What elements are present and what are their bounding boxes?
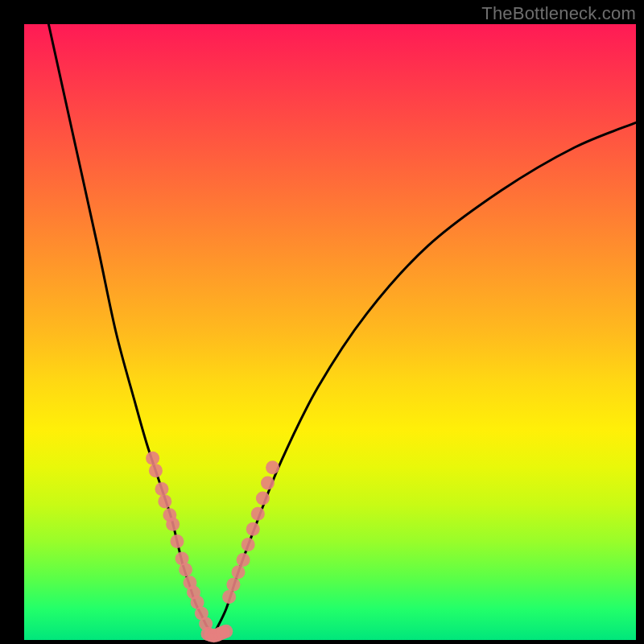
data-point <box>226 578 240 592</box>
data-point <box>166 518 180 531</box>
data-point <box>155 482 169 496</box>
chart-svg <box>24 24 636 640</box>
data-point <box>222 590 236 604</box>
data-point <box>256 492 270 506</box>
data-point <box>242 538 255 551</box>
data-point <box>232 565 246 579</box>
data-point <box>158 494 171 508</box>
data-point <box>266 460 279 474</box>
data-point <box>261 476 275 489</box>
chart-frame: TheBottleneck.com <box>0 0 644 644</box>
curve-left-curve <box>48 24 213 634</box>
data-point <box>146 452 159 465</box>
data-point <box>251 507 265 521</box>
plot-area <box>24 24 636 640</box>
data-point <box>149 464 163 477</box>
data-point <box>179 563 192 576</box>
data-point <box>171 535 184 548</box>
data-point <box>246 522 260 536</box>
watermark-text: TheBottleneck.com <box>481 3 636 24</box>
curve-right-curve <box>214 122 636 634</box>
data-point <box>219 625 233 638</box>
data-point <box>237 553 250 567</box>
